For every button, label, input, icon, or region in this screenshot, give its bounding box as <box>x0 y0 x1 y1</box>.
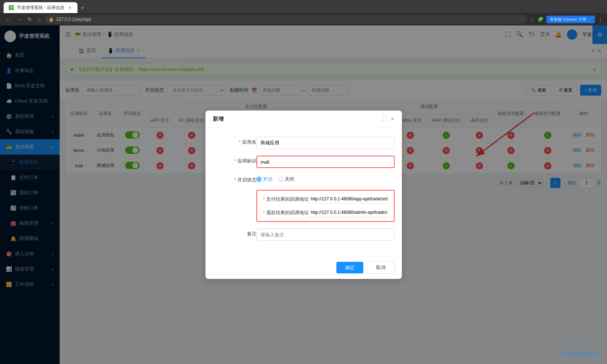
home-btn[interactable]: ⌂ <box>36 15 42 24</box>
status-on-radio[interactable]: 开启 <box>256 176 272 183</box>
modal-overlay: 新增 ⛶ ✕ * 应用名 * 应用标识 <box>0 25 607 364</box>
new-tab-btn[interactable]: + <box>77 3 88 13</box>
cancel-btn[interactable]: 取消 <box>367 261 395 274</box>
remark-input[interactable] <box>256 228 395 241</box>
chrome-update-btn[interactable]: 有新版 Chrome 可用 ： <box>546 16 595 23</box>
form-callback-control: * 支付结果的回调地址 * 退款结果的回调地址 <box>256 190 395 222</box>
form-item-remark: 备注 <box>213 228 395 241</box>
refund-callback-input[interactable] <box>309 208 390 217</box>
refund-callback-label: * 退款结果的回调地址 <box>261 209 309 216</box>
modal-title: 新增 <box>213 116 224 123</box>
lock-icon: 🔒 <box>49 17 54 22</box>
modal-body: * 应用名 * 应用标识 * 开启状态 <box>205 128 402 256</box>
modal-dialog: 新增 ⛶ ✕ * 应用名 * 应用标识 <box>205 111 402 279</box>
status-off-radio[interactable]: 关闭 <box>278 176 294 183</box>
tab-close-btn[interactable]: ✕ <box>67 5 72 10</box>
star-icon[interactable]: ☆ <box>530 17 535 22</box>
form-item-callbacks: * 支付结果的回调地址 * 退款结果的回调地址 <box>213 190 395 222</box>
form-remark-label: 备注 <box>213 228 256 237</box>
extensions-icon[interactable]: 🧩 <box>538 17 543 22</box>
modal-header-actions: ⛶ ✕ <box>382 116 395 122</box>
form-callback-spacer <box>213 190 256 192</box>
app-id-field[interactable] <box>256 156 395 168</box>
form-status-label: * 开启状态 <box>213 175 256 183</box>
address-text: 127.0.0.1/pay/app <box>56 17 91 22</box>
form-item-app-name: * 应用名 <box>213 137 395 149</box>
refresh-btn[interactable]: ↻ <box>26 15 33 24</box>
modal-header: 新增 ⛶ ✕ <box>205 111 402 128</box>
tab-title: 芋道管理系统 - 应用信息 <box>17 5 64 11</box>
app-name-field[interactable] <box>256 137 395 149</box>
form-status-control: 开启 关闭 <box>256 175 395 183</box>
browser-chrome: 芋 芋道管理系统 - 应用信息 ✕ + ← → ↻ ⌂ 🔒 127.0.0.1/… <box>0 0 607 25</box>
modal-footer: 确定 取消 <box>205 256 402 279</box>
status-on-label: 开启 <box>263 176 272 183</box>
form-app-name-label: * 应用名 <box>213 137 256 145</box>
pay-callback-label: * 支付结果的回调地址 <box>261 196 309 203</box>
refund-callback-row: * 退款结果的回调地址 <box>261 208 390 217</box>
tab-favicon: 芋 <box>9 5 14 10</box>
form-remark-control <box>256 228 395 241</box>
required-star: * <box>234 158 237 164</box>
callback-group: * 支付结果的回调地址 * 退款结果的回调地址 <box>256 190 395 222</box>
modal-close-icon[interactable]: ✕ <box>391 116 395 122</box>
form-app-name-control <box>256 137 395 149</box>
browser-tabs: 芋 芋道管理系统 - 应用信息 ✕ + <box>0 0 607 13</box>
form-item-status: * 开启状态 开启 关闭 <box>213 175 395 183</box>
toolbar-actions: ☆ 🧩 有新版 Chrome 可用 ： ⋮ <box>530 16 603 23</box>
menu-icon[interactable]: ⋮ <box>598 17 603 22</box>
form-app-id-label: * 应用标识 <box>213 156 256 164</box>
form-app-id-control <box>256 156 395 168</box>
required-star: * <box>263 196 266 202</box>
status-off-label: 关闭 <box>285 176 294 183</box>
required-star: * <box>239 139 242 145</box>
status-radio-group: 开启 关闭 <box>256 175 395 183</box>
modal-expand-icon[interactable]: ⛶ <box>382 116 387 122</box>
form-item-app-id: * 应用标识 <box>213 156 395 168</box>
confirm-btn[interactable]: 确定 <box>336 262 363 273</box>
required-star: * <box>263 210 266 215</box>
watermark: CSDN @悦涵仙子 <box>561 350 600 357</box>
required-star: * <box>234 177 237 183</box>
address-bar[interactable]: 🔒 127.0.0.1/pay/app <box>45 15 527 24</box>
active-tab[interactable]: 芋 芋道管理系统 - 应用信息 ✕ <box>4 2 77 13</box>
pay-callback-input[interactable] <box>309 195 390 203</box>
forward-btn[interactable]: → <box>15 15 23 24</box>
radio-on-dot <box>256 177 261 182</box>
radio-off-dot <box>278 177 283 182</box>
browser-toolbar: ← → ↻ ⌂ 🔒 127.0.0.1/pay/app ☆ 🧩 有新版 Chro… <box>0 13 607 25</box>
back-btn[interactable]: ← <box>4 15 12 24</box>
pay-callback-row: * 支付结果的回调地址 <box>261 195 390 203</box>
